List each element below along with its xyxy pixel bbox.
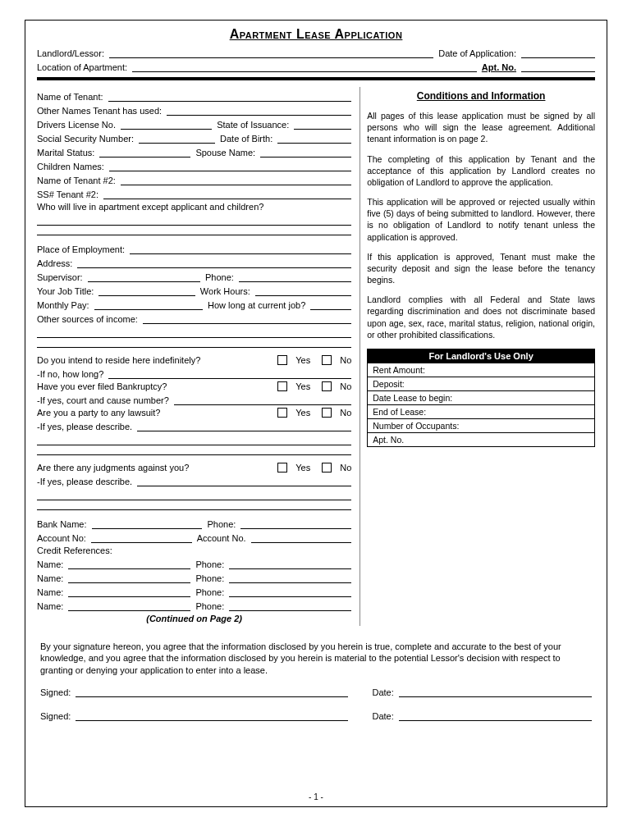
wholive-input[interactable] — [37, 214, 351, 226]
ifyes-input[interactable] — [174, 394, 351, 405]
date1-label: Date: — [373, 687, 394, 697]
empl-label: Place of Employment: — [37, 244, 125, 254]
hours-input[interactable] — [255, 285, 352, 296]
t2ss-input[interactable] — [103, 188, 351, 199]
bankname-input[interactable] — [92, 518, 203, 529]
ref1-phone-input[interactable] — [229, 558, 351, 569]
spouse-input[interactable] — [260, 146, 351, 158]
conditions-title: Conditions and Information — [367, 90, 595, 102]
left-column: Name of Tenant: Other Names Tenant has u… — [37, 87, 351, 626]
addr-input[interactable] — [77, 257, 351, 268]
othernames-label: Other Names Tenant has used: — [37, 106, 162, 116]
ref2-phone-input[interactable] — [229, 572, 351, 583]
othersrc-input[interactable] — [143, 313, 351, 324]
sep-3 — [37, 454, 351, 455]
judg-ifyes-label: -If yes, please describe. — [37, 477, 132, 486]
marital-label: Marital Status: — [37, 148, 94, 158]
bankphone-input[interactable] — [240, 518, 351, 529]
columns: Name of Tenant: Other Names Tenant has u… — [37, 87, 595, 626]
signature-row-1: Signed: Date: — [40, 686, 592, 700]
landlord-use-header: For Landlord's Use Only — [368, 349, 594, 363]
aptno-label: Apt. No. — [482, 62, 516, 72]
lawsuit-yes-checkbox[interactable] — [277, 408, 287, 418]
dob-label: Date of Birth: — [220, 134, 272, 144]
bank-yes-checkbox[interactable] — [277, 381, 287, 391]
location-input[interactable] — [132, 61, 477, 72]
divider-bar — [37, 77, 595, 80]
reside-yes-checkbox[interactable] — [277, 355, 287, 365]
jobtitle-input[interactable] — [98, 285, 195, 296]
ref3-name-label: Name: — [37, 587, 63, 597]
ifno-input[interactable] — [108, 368, 351, 379]
pay-label: Monthly Pay: — [37, 300, 89, 310]
lawsuit-no-checkbox[interactable] — [322, 408, 332, 418]
phone1-input[interactable] — [239, 271, 351, 282]
ref4-phone-input[interactable] — [229, 600, 351, 611]
t2name-input[interactable] — [121, 174, 351, 185]
ref2-phone-label: Phone: — [195, 573, 224, 583]
ifyes2-input[interactable] — [137, 420, 351, 431]
date-app-input[interactable] — [521, 47, 595, 58]
state-input[interactable] — [294, 118, 351, 130]
reside-label: Do you intend to reside here indefinitel… — [37, 355, 200, 365]
dob-input[interactable] — [277, 132, 351, 144]
aptno-input[interactable] — [521, 61, 595, 72]
landlord-input[interactable] — [109, 47, 433, 58]
ref3-phone-label: Phone: — [195, 587, 224, 597]
bankphone-label: Phone: — [207, 519, 236, 529]
signed2-input[interactable] — [76, 710, 347, 721]
signed1-input[interactable] — [76, 686, 347, 697]
ref3-name-input[interactable] — [68, 586, 190, 597]
ssn-input[interactable] — [139, 132, 215, 144]
howlong-input[interactable] — [310, 299, 351, 310]
bankname-label: Bank Name: — [37, 519, 87, 529]
dl-input[interactable] — [121, 118, 212, 130]
ifno-label: -If no, how long? — [37, 369, 103, 379]
dl-label: Drivers License No. — [37, 120, 116, 130]
pay-input[interactable] — [94, 299, 203, 310]
judg-label: Are there any judgments against you? — [37, 463, 189, 472]
bank-section: Bank Name:Phone: Account No:Account No. … — [37, 514, 351, 626]
ref2-name-input[interactable] — [68, 572, 190, 583]
othersrc-input-2[interactable] — [37, 326, 351, 338]
ref1-name-input[interactable] — [68, 558, 190, 569]
acct-input[interactable] — [91, 532, 192, 543]
questions-section: Do you intend to reside here indefinitel… — [37, 352, 351, 450]
ref1-phone-label: Phone: — [195, 559, 224, 569]
reside-no-checkbox[interactable] — [322, 355, 332, 365]
phone1-label: Phone: — [205, 272, 234, 282]
date-app-label: Date of Application: — [438, 48, 516, 58]
tenant-section: Name of Tenant: Other Names Tenant has u… — [37, 87, 351, 231]
signature-row-2: Signed: Date: — [40, 710, 592, 724]
ifyes2-input-2[interactable] — [37, 434, 351, 445]
judg-no-checkbox[interactable] — [322, 463, 332, 472]
sep-2 — [37, 347, 351, 348]
empl-input[interactable] — [130, 243, 351, 254]
ref3-phone-input[interactable] — [229, 586, 351, 597]
othernames-input[interactable] — [167, 104, 351, 116]
signed1-label: Signed: — [40, 687, 71, 697]
date1-input[interactable] — [399, 686, 592, 697]
begin-label: Date Lease to begin: — [373, 393, 452, 403]
ref4-phone-label: Phone: — [195, 601, 224, 611]
bank-no-checkbox[interactable] — [322, 381, 332, 391]
children-input[interactable] — [109, 160, 351, 171]
ifyes-label: -If yes, court and cause number? — [37, 395, 169, 405]
ref4-name-input[interactable] — [68, 600, 190, 611]
acct2-input[interactable] — [251, 532, 352, 543]
sup-input[interactable] — [88, 271, 200, 282]
state-label: State of Issuance: — [217, 120, 289, 130]
marital-input[interactable] — [99, 146, 190, 158]
signed2-label: Signed: — [40, 711, 71, 721]
name-input[interactable] — [108, 90, 352, 102]
addr-label: Address: — [37, 258, 72, 268]
judg-ifyes-input-2[interactable] — [37, 489, 351, 500]
cond-p3: This application will be approved or rej… — [367, 196, 595, 243]
rent-label: Rent Amount: — [373, 365, 425, 375]
judg-ifyes-input[interactable] — [137, 475, 351, 486]
form-title: Apartment Lease Application — [37, 27, 595, 42]
date2-input[interactable] — [399, 710, 592, 721]
credref-label: Credit References: — [37, 546, 112, 555]
t2ss-label: SS# Tenant #2: — [37, 189, 98, 199]
judg-yes-checkbox[interactable] — [277, 463, 287, 472]
